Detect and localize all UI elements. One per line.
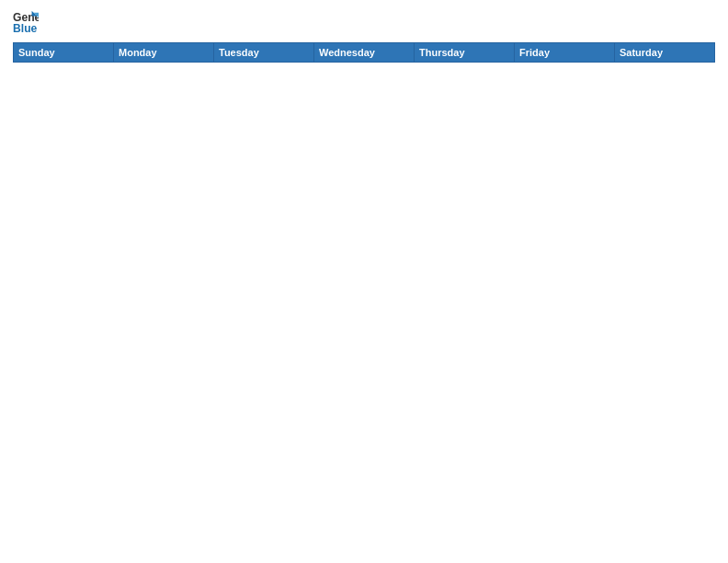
day-of-week-header: Monday bbox=[114, 43, 214, 63]
day-of-week-header: Thursday bbox=[415, 43, 515, 63]
logo: General Blue bbox=[13, 9, 39, 35]
day-of-week-header: Saturday bbox=[615, 43, 715, 63]
day-of-week-header: Tuesday bbox=[214, 43, 314, 63]
logo-icon: General Blue bbox=[13, 9, 39, 35]
calendar-header-row: SundayMondayTuesdayWednesdayThursdayFrid… bbox=[14, 43, 715, 63]
page-header: General Blue bbox=[13, 9, 715, 35]
svg-text:Blue: Blue bbox=[13, 22, 38, 35]
day-of-week-header: Wednesday bbox=[314, 43, 415, 63]
calendar-table: SundayMondayTuesdayWednesdayThursdayFrid… bbox=[13, 42, 715, 554]
day-of-week-header: Friday bbox=[515, 43, 615, 63]
day-of-week-header: Sunday bbox=[14, 43, 114, 63]
